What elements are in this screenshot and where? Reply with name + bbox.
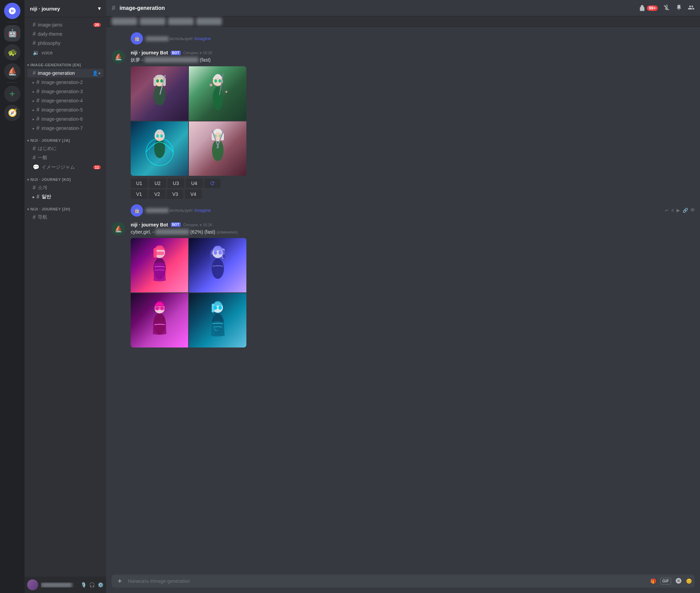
channel-item-image-generation-3[interactable]: ▸ # image-generation-3 <box>27 87 103 96</box>
channel-item-image-generation[interactable]: # image-generation 👤+ <box>27 69 103 78</box>
mute-icon[interactable] <box>663 4 670 12</box>
channel-list: # image-jams 20 # daily-theme # philosop… <box>25 17 106 577</box>
image-cell-2[interactable] <box>189 66 246 121</box>
collapse-icon: ▸ <box>33 99 34 103</box>
u3-button[interactable]: U3 <box>167 179 184 188</box>
timestamp: Сегодня, в 16:26 <box>183 51 212 55</box>
channel-name: image-generation-5 <box>42 107 83 113</box>
attach-button[interactable]: + <box>114 576 125 587</box>
channel-item-ippan-ko[interactable]: ▸ # 일반 <box>27 192 103 201</box>
svg-point-18 <box>156 134 159 138</box>
channel-item-image-jam-ja[interactable]: 💬 イメージジャム 11 <box>27 163 103 172</box>
message-input[interactable] <box>128 575 648 588</box>
channel-item-image-generation-4[interactable]: ▸ # image-generation-4 <box>27 96 103 105</box>
link-icon-sys[interactable]: 🔗 <box>683 208 688 213</box>
sticker-icon[interactable] <box>675 577 682 585</box>
server-icon-home[interactable] <box>4 3 20 19</box>
bot-avatar-small-2: 🤖 <box>131 204 143 217</box>
v2-button[interactable]: V2 <box>149 189 165 199</box>
notification-icon[interactable]: 99+ <box>639 5 658 12</box>
server-header[interactable]: niji · journey ▾ <box>25 0 106 17</box>
collapse-arrow-icon: ▾ <box>27 139 29 142</box>
image-cell-1[interactable] <box>131 66 188 121</box>
system-message-actions: ↩ # ▶ 🔗 ID <box>665 208 695 213</box>
bot-avatar-2[interactable]: ⛵ <box>112 222 125 236</box>
server-icon-niji[interactable]: 🐢 <box>4 44 20 61</box>
refresh-button[interactable] <box>204 179 221 188</box>
channel-item-daily-theme[interactable]: # daily-theme <box>27 30 103 38</box>
hash-icon: # <box>36 194 39 200</box>
channel-item-philosophy[interactable]: # philosophy <box>27 39 103 48</box>
message-group-1: ⛵ niji · journey Bot БОТ Сегодня, в 16:2… <box>112 50 695 199</box>
emoji-icon[interactable]: 😊 <box>686 578 692 584</box>
u2-button[interactable]: U2 <box>149 179 166 188</box>
collapse-icon: ▸ <box>33 81 34 84</box>
svg-point-37 <box>214 251 217 255</box>
category-image-generation-en[interactable]: ▾ IMAGE-GENERATION [EN] <box>25 57 106 68</box>
hash-icon: # <box>33 214 36 220</box>
collapse-arrow-icon: ▾ <box>27 178 29 182</box>
channel-name: イメージジャム <box>42 164 75 170</box>
reply-icon-sys[interactable]: ↩ <box>665 208 669 213</box>
channel-item-hajimeni[interactable]: # はじめに <box>27 144 103 153</box>
channel-item-image-generation-6[interactable]: ▸ # image-generation-6 <box>27 115 103 123</box>
members-icon[interactable] <box>688 4 695 12</box>
channel-name: image-generation-3 <box>42 89 83 94</box>
channel-item-image-generation-5[interactable]: ▸ # image-generation-5 <box>27 105 103 114</box>
command-link-2[interactable]: /imagine <box>194 208 211 213</box>
category-niji-zh[interactable]: ▾ NIJI · JOURNEY [ZH] <box>25 202 106 213</box>
channel-item-voice[interactable]: 🔉 voice <box>27 48 103 57</box>
channel-name: image-generation <box>38 70 75 76</box>
gift-icon[interactable]: 🎁 <box>650 578 656 584</box>
command-link[interactable]: /imagine <box>194 36 211 41</box>
hash-icon: # <box>36 98 39 104</box>
gif-icon[interactable]: GIF <box>660 578 671 584</box>
bot-avatar[interactable]: ⛵ <box>112 50 125 64</box>
v4-button[interactable]: V4 <box>185 189 201 199</box>
channel-item-daohang[interactable]: # 导航 <box>27 213 103 222</box>
v1-button[interactable]: V1 <box>131 189 147 199</box>
add-member-icon[interactable]: 👤+ <box>92 70 101 76</box>
image-cell-3[interactable] <box>131 121 188 176</box>
headset-icon[interactable]: 🎧 <box>89 582 95 588</box>
bot-username[interactable]: niji · journey Bot <box>131 50 168 55</box>
cyber-image-cell-2[interactable] <box>189 238 246 292</box>
user-avatar[interactable] <box>27 579 38 590</box>
messages-area[interactable]: 🤖 ████████ использует /imagine ⛵ niji · … <box>106 27 700 569</box>
bot-username-2[interactable]: niji · journey Bot <box>131 222 168 227</box>
category-niji-ko[interactable]: ▾ NIJI · JOURNEY [KO] <box>25 172 106 183</box>
category-niji-ja[interactable]: ▾ NIJI · JOURNEY [JA] <box>25 133 106 144</box>
cyber-image-cell-4[interactable] <box>189 293 246 348</box>
explore-servers-button[interactable]: 🧭 <box>4 105 20 121</box>
u4-button[interactable]: U4 <box>186 179 203 188</box>
cyber-image-cell-1[interactable] <box>131 238 188 292</box>
channel-name: はじめに <box>38 146 57 152</box>
collapse-icon: ▸ <box>33 117 34 121</box>
svg-rect-2 <box>153 78 156 86</box>
server-icon-3[interactable]: ⛵ <box>4 63 20 80</box>
svg-point-32 <box>212 258 224 279</box>
microphone-icon[interactable]: 🎙️ <box>81 582 86 588</box>
notification-tab-4[interactable]: ██████ <box>196 18 222 25</box>
cyber-image-cell-3[interactable] <box>131 293 188 348</box>
channel-item-image-generation-7[interactable]: ▸ # image-generation-7 <box>27 124 103 133</box>
channel-item-ippan-ja[interactable]: # 一般 <box>27 153 103 162</box>
notification-tab-1[interactable]: ██████ <box>112 18 137 25</box>
settings-icon[interactable]: ⚙️ <box>98 582 103 588</box>
add-server-button[interactable]: + <box>4 86 20 102</box>
notification-tab-2[interactable]: ██████ <box>140 18 165 25</box>
svg-point-10 <box>218 79 221 83</box>
pin-icon[interactable] <box>675 4 682 12</box>
channel-item-image-jams[interactable]: # image-jams 20 <box>27 20 103 29</box>
collapse-icon: ▸ <box>33 108 34 112</box>
thread-icon-sys[interactable]: # <box>671 208 674 213</box>
v3-button[interactable]: V3 <box>167 189 183 199</box>
image-cell-4[interactable] <box>189 121 246 176</box>
channel-item-sogae[interactable]: # 소개 <box>27 183 103 192</box>
server-icon-1[interactable]: 🤖 <box>4 25 20 41</box>
u1-button[interactable]: U1 <box>131 179 148 188</box>
forward-icon-sys[interactable]: ▶ <box>677 208 680 213</box>
channel-item-image-generation-2[interactable]: ▸ # image-generation-2 <box>27 78 103 87</box>
id-icon-sys[interactable]: ID <box>691 208 695 213</box>
notification-tab-3[interactable]: ██████ <box>168 18 194 25</box>
